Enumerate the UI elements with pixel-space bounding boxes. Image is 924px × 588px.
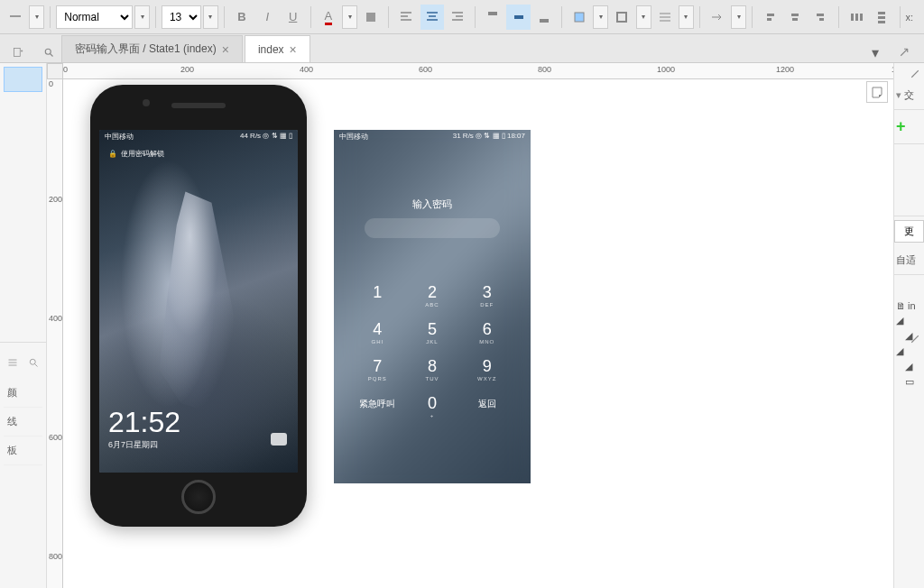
add-interaction[interactable]: +	[894, 110, 924, 144]
date-label: 6月7日星期四	[108, 439, 180, 451]
collapse-panel-button[interactable]	[892, 40, 917, 65]
key-0[interactable]: 0+	[405, 394, 460, 418]
lock-hint: 🔒 使用密码解锁	[99, 143, 298, 164]
toolbar-separator	[699, 6, 700, 28]
carrier-label: 中国移动	[339, 132, 368, 142]
toolbar-dropdown-1[interactable]: ▾	[29, 5, 44, 29]
phone-speaker	[171, 103, 226, 108]
adaptive-label: 自适	[894, 246, 924, 275]
line-weight-button[interactable]	[653, 5, 677, 30]
canvas[interactable]: 中国移动 44 R/s ◎ ⇅ ▦ ▯ 🔒 使用密码解锁 21:52 6月7日星…	[63, 79, 893, 588]
tri-icon: ◢	[896, 315, 903, 326]
left-list-icon[interactable]	[4, 350, 22, 375]
keypad: 1 2ABC 3DEF 4GHI 5JKL 6MNO 7PQRS 8TUV 9W…	[334, 283, 531, 418]
arrow-dropdown[interactable]: ▾	[731, 5, 746, 29]
tabs-end-tools: ▾	[863, 40, 917, 65]
key-8[interactable]: 8TUV	[405, 357, 460, 381]
highlight-button[interactable]	[359, 5, 383, 30]
align-left-button[interactable]	[394, 5, 418, 30]
password-screen-mockup[interactable]: 中国移动 31 R/s ◎ ⇅ ▦ ▯ 18:07 输入密码 1 2ABC 3D…	[334, 130, 531, 483]
align-obj-left-button[interactable]	[758, 5, 781, 30]
dist-v-button[interactable]	[870, 5, 893, 30]
align-right-button[interactable]	[446, 5, 469, 30]
tab-index[interactable]: index ×	[245, 35, 310, 62]
toolbar-btn-1[interactable]	[4, 5, 27, 30]
text-color-button[interactable]: A	[317, 5, 340, 30]
canvas-area: 0 200 400 600 800 1000 1200 1400 0 200 4…	[47, 63, 893, 588]
canvas-note-button[interactable]	[866, 81, 888, 103]
fill-dropdown[interactable]: ▾	[593, 5, 608, 29]
tree-item[interactable]: ▭	[896, 374, 922, 390]
close-icon[interactable]: ×	[290, 42, 297, 57]
svg-rect-6	[617, 13, 626, 22]
key-6[interactable]: 6MNO	[459, 320, 514, 345]
home-button[interactable]	[181, 480, 216, 514]
key-9[interactable]: 9WXYZ	[459, 357, 514, 381]
toolbar-separator	[50, 6, 51, 28]
style-dropdown[interactable]: ▾	[134, 5, 150, 29]
tree-item[interactable]: ◢	[896, 359, 922, 374]
tabs-menu-button[interactable]: ▾	[863, 40, 888, 65]
key-4[interactable]: 4GHI	[350, 320, 405, 345]
tri-icon: ◢	[905, 361, 912, 372]
key-3[interactable]: 3DEF	[459, 283, 514, 308]
camera-shortcut-icon[interactable]	[271, 433, 287, 446]
underline-button[interactable]: U	[281, 5, 304, 30]
valign-middle-button[interactable]	[506, 5, 530, 30]
key-5[interactable]: 5JKL	[405, 320, 460, 345]
align-obj-right-button[interactable]	[809, 5, 833, 30]
ruler-tick: 0	[63, 65, 68, 74]
align-obj-center-button[interactable]	[783, 5, 807, 30]
phone-mockup-lockscreen[interactable]: 中国移动 44 R/s ◎ ⇅ ▦ ▯ 🔒 使用密码解锁 21:52 6月7日星…	[90, 85, 307, 527]
search-button[interactable]	[36, 40, 61, 65]
lock-hint-text: 使用密码解锁	[121, 149, 164, 159]
more-button[interactable]: 更	[894, 220, 924, 243]
lock-icon: 🔒	[108, 150, 117, 158]
left-item-3[interactable]: 板	[4, 436, 42, 465]
key-2[interactable]: 2ABC	[405, 283, 460, 308]
tri-icon: ◢	[896, 345, 903, 357]
emergency-call-button[interactable]: 紧急呼叫	[350, 394, 405, 418]
plus-icon: +	[896, 117, 906, 135]
key-1[interactable]: 1	[350, 283, 405, 308]
coord-label: x:	[905, 12, 920, 23]
svg-rect-11	[878, 16, 885, 19]
status-right: 44 R/s ◎ ⇅ ▦ ▯	[240, 132, 292, 142]
border-dropdown[interactable]: ▾	[636, 5, 651, 29]
lock-clock: 21:52 6月7日星期四	[108, 406, 180, 451]
valign-top-button[interactable]	[481, 5, 504, 30]
tree-item[interactable]: ◢	[896, 313, 922, 328]
left-panel: 颜 线 板	[0, 63, 47, 588]
fontsize-dropdown[interactable]: ▾	[203, 5, 218, 29]
border-color-button[interactable]	[610, 5, 633, 30]
password-field[interactable]	[365, 218, 500, 238]
ruler-tick: 0	[49, 79, 53, 88]
bold-button[interactable]: B	[230, 5, 254, 30]
panel-collapse-icon-2[interactable]	[910, 332, 920, 348]
tab-password-ui[interactable]: 密码输入界面 / State1 (index) ×	[61, 35, 243, 62]
italic-button[interactable]: I	[255, 5, 279, 30]
line-dropdown[interactable]: ▾	[679, 5, 694, 29]
dist-h-button[interactable]	[845, 5, 868, 30]
left-search-icon[interactable]	[25, 350, 43, 375]
left-selected-item[interactable]	[4, 67, 42, 92]
panel-collapse-icon[interactable]	[910, 67, 920, 83]
panel-header-text: 交	[904, 89, 914, 100]
fontsize-select[interactable]: 13	[162, 5, 201, 29]
panel-spacer	[894, 144, 924, 216]
left-item-2[interactable]: 线	[4, 408, 42, 436]
style-select[interactable]: Normal	[56, 5, 133, 29]
close-icon[interactable]: ×	[222, 42, 229, 57]
tree-root[interactable]: 🗎in	[896, 299, 922, 313]
page-icon: 🗎	[896, 300, 906, 311]
align-center-button[interactable]	[420, 5, 444, 30]
svg-rect-4	[540, 19, 549, 23]
back-button[interactable]: 返回	[459, 394, 514, 418]
add-page-button[interactable]	[5, 40, 31, 65]
fill-color-button[interactable]	[568, 5, 591, 30]
key-7[interactable]: 7PQRS	[350, 357, 405, 381]
arrow-button[interactable]	[706, 5, 729, 30]
left-item-1[interactable]: 颜	[4, 379, 42, 408]
text-color-dropdown[interactable]: ▾	[342, 5, 357, 29]
valign-bottom-button[interactable]	[532, 5, 556, 30]
